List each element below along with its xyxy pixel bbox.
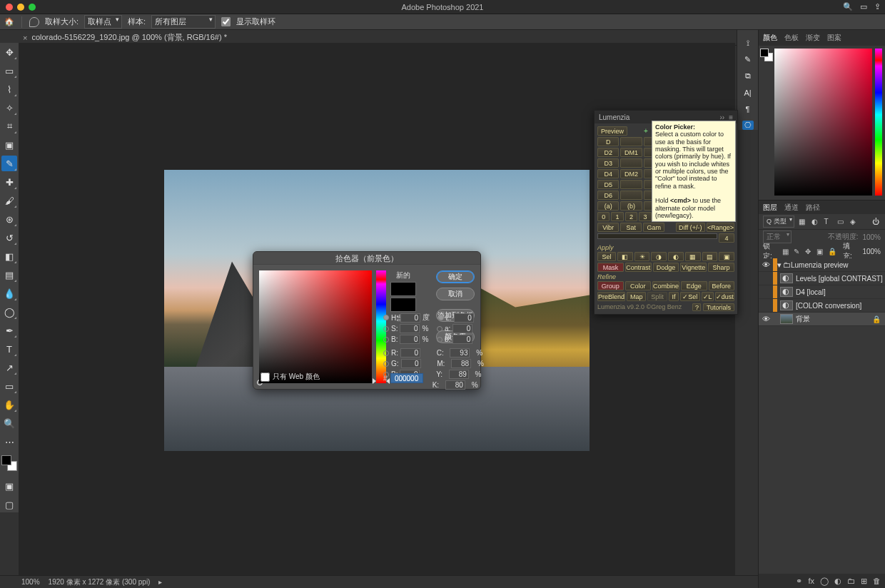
- a-input[interactable]: [452, 324, 472, 333]
- web-only-checkbox[interactable]: [261, 372, 270, 382]
- color-button[interactable]: Color: [625, 281, 652, 290]
- color-picker-dialog[interactable]: 拾色器（前景色） 新的 当前 确定 取消 添加到色板 颜色库 H:度 L: S:…: [253, 251, 481, 390]
- combine-button[interactable]: Combine: [652, 281, 679, 290]
- sample-dropdown[interactable]: 所有图层: [151, 15, 216, 29]
- zone-M-4[interactable]: [620, 180, 642, 189]
- a-button[interactable]: (a): [597, 201, 619, 211]
- lock-paint-icon[interactable]: ✎: [794, 248, 801, 255]
- sel-button[interactable]: Sel: [597, 252, 616, 261]
- move-tool[interactable]: ✥: [1, 44, 17, 60]
- brush-tool[interactable]: 🖌: [1, 193, 17, 208]
- lock-all-icon[interactable]: 🔒: [828, 248, 836, 255]
- workspace-icon[interactable]: ▭: [860, 2, 867, 11]
- layer-row[interactable]: 👁▾🗀Lumenzia preview: [759, 258, 885, 272]
- close-window[interactable]: [6, 4, 13, 11]
- plus-icon[interactable]: +: [644, 127, 648, 135]
- edge-button[interactable]: Edge: [681, 281, 707, 290]
- S-input[interactable]: [400, 324, 420, 333]
- tab-patterns[interactable]: 图案: [827, 33, 841, 43]
- filter-kind[interactable]: Q 类型: [763, 216, 794, 228]
- eraser-tool[interactable]: ◧: [1, 248, 17, 264]
- panel-icon-1[interactable]: ⟟: [742, 39, 754, 48]
- ok-button[interactable]: 确定: [436, 270, 475, 283]
- help-button[interactable]: ?: [692, 303, 701, 311]
- cancel-button[interactable]: 取消: [436, 288, 475, 300]
- blend-mode[interactable]: 正常: [763, 230, 792, 243]
- num-2[interactable]: 2: [625, 212, 637, 221]
- zone-M-1[interactable]: DM1: [620, 148, 642, 157]
- type-tool[interactable]: T: [1, 341, 17, 357]
- sat-val-field[interactable]: [259, 270, 372, 383]
- layer-row[interactable]: 👁背景🔒: [759, 313, 885, 326]
- layers-list[interactable]: 👁▾🗀Lumenzia previewLevels [global CONTRA…: [759, 258, 885, 574]
- sat-button[interactable]: Sat: [620, 223, 642, 232]
- R-input[interactable]: [400, 348, 420, 358]
- minimize-window[interactable]: [17, 4, 24, 11]
- lock-pos-icon[interactable]: ✥: [805, 248, 813, 255]
- heal-tool[interactable]: ✚: [1, 174, 17, 190]
- document-tab[interactable]: colorado-5156229_1920.jpg @ 100% (背景, RG…: [31, 32, 227, 43]
- doc-close-icon[interactable]: ×: [23, 34, 27, 42]
- apply-7[interactable]: ▣: [719, 252, 734, 261]
- dodge-button[interactable]: Dodge: [653, 263, 679, 272]
- zone-M-3[interactable]: DM2: [620, 169, 642, 178]
- eyedropper-tool[interactable]: ✎: [1, 156, 17, 171]
- M-input[interactable]: [451, 359, 471, 368]
- mask-icon[interactable]: ◯: [820, 577, 829, 586]
- zoom-level[interactable]: 100%: [21, 578, 40, 586]
- vibr-button[interactable]: Vibr: [597, 223, 619, 232]
- vignette-button[interactable]: Vignette: [680, 263, 707, 272]
- folder-icon[interactable]: 🗀: [847, 577, 855, 585]
- b-button[interactable]: (b): [620, 201, 642, 211]
- eye-icon[interactable]: 👁: [759, 260, 773, 269]
- marquee-tool[interactable]: ▭: [1, 63, 17, 78]
- lock-pixels-icon[interactable]: ▦: [782, 248, 790, 255]
- filter-shape-icon[interactable]: ▭: [837, 218, 846, 226]
- panel-icon-2[interactable]: ✎: [742, 55, 754, 64]
- mask-button[interactable]: Mask: [597, 263, 624, 272]
- filter-smart-icon[interactable]: ◈: [850, 218, 859, 226]
- blur-tool[interactable]: 💧: [1, 285, 17, 301]
- zone-L-2[interactable]: D3: [597, 158, 619, 168]
- zone-L-4[interactable]: D5: [597, 180, 619, 189]
- layer-row[interactable]: Levels [global CONTRAST]: [759, 272, 885, 285]
- gradient-tool[interactable]: ▤: [1, 267, 17, 283]
- vl-button[interactable]: ✓L: [702, 292, 714, 301]
- lumenzia-panel[interactable]: Lumenzia ››≡ Preview + − ✎ X DD2DM1MD3D4…: [594, 110, 738, 315]
- fill-value[interactable]: 100%: [862, 248, 881, 255]
- new-layer-icon[interactable]: ⊞: [861, 577, 867, 586]
- panel-hue-bar[interactable]: [875, 49, 882, 196]
- filter-adj-icon[interactable]: ◐: [811, 218, 820, 226]
- panel-fgbg[interactable]: [760, 49, 773, 61]
- b-input[interactable]: [452, 335, 472, 344]
- search-icon[interactable]: 🔍: [843, 2, 853, 11]
- panel-collapse-icon[interactable]: ››: [719, 113, 724, 121]
- tab-layers[interactable]: 图层: [763, 203, 777, 213]
- hand-tool[interactable]: ✋: [1, 397, 17, 412]
- vdust-button[interactable]: ✓dust: [715, 292, 734, 301]
- panel-menu-icon[interactable]: ≡: [729, 113, 733, 121]
- panel-color-field[interactable]: [774, 49, 872, 196]
- tab-paths[interactable]: 路径: [806, 203, 820, 213]
- H-input[interactable]: [400, 313, 420, 323]
- vsel-button[interactable]: ✓Sel: [680, 292, 699, 301]
- filter-type-icon[interactable]: T: [824, 218, 833, 226]
- dodge-tool[interactable]: ◯: [1, 304, 17, 320]
- status-more[interactable]: ▸: [158, 578, 162, 586]
- maximize-window[interactable]: [29, 4, 36, 11]
- panel-icon-4[interactable]: A|: [742, 88, 754, 97]
- wand-tool[interactable]: ✧: [1, 100, 17, 116]
- contrast-button[interactable]: Contrast: [625, 263, 652, 272]
- zone-L-0[interactable]: D: [597, 137, 619, 146]
- history-brush-tool[interactable]: ↺: [1, 230, 17, 245]
- home-icon[interactable]: 🏠: [4, 17, 14, 26]
- range-button[interactable]: <Range>: [707, 223, 734, 232]
- screenmode-toggle[interactable]: ▢: [1, 497, 17, 512]
- show-ring-checkbox[interactable]: [221, 17, 231, 26]
- diff-button[interactable]: Diff (+/-): [676, 223, 705, 232]
- zone-L-1[interactable]: D2: [597, 148, 619, 157]
- split-button[interactable]: Split: [647, 292, 667, 301]
- eyedropper-icon[interactable]: [29, 17, 39, 27]
- quickmask-toggle[interactable]: ▣: [1, 478, 17, 494]
- opacity-value[interactable]: 100%: [862, 233, 881, 241]
